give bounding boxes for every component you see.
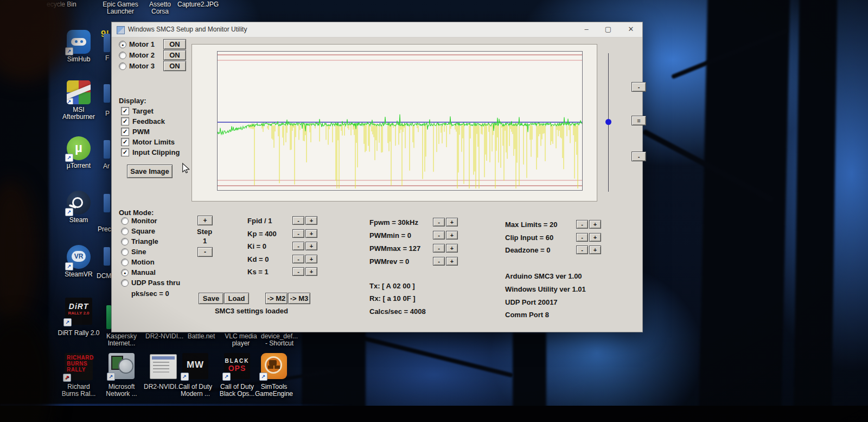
save-image-button[interactable]: Save Image <box>127 165 173 178</box>
comm-port: Comm Port 8 <box>505 311 549 319</box>
square-radio[interactable] <box>121 228 129 235</box>
scale-bottom-button[interactable]: - <box>631 152 646 161</box>
load-button[interactable]: Load <box>224 293 249 304</box>
monitor-radio[interactable] <box>121 217 129 225</box>
fpid-minus-button[interactable]: - <box>292 216 304 225</box>
icon-glyph: MW <box>187 360 204 370</box>
pwm-checkbox[interactable]: ✓ <box>121 128 129 136</box>
fpwm-plus-button[interactable]: + <box>446 218 458 226</box>
pwmrev-plus-button[interactable]: + <box>446 257 458 266</box>
pwmmax-minus-button[interactable]: - <box>433 244 445 253</box>
icon-label: Steam <box>57 217 100 224</box>
kd-minus-button[interactable]: - <box>292 255 304 263</box>
motor3-on-button[interactable]: ON <box>163 61 186 71</box>
deadzone-minus-button[interactable]: - <box>576 245 588 254</box>
step-plus-button[interactable]: + <box>197 216 213 225</box>
motion-radio[interactable] <box>121 259 129 266</box>
clip-input-plus-button[interactable]: + <box>589 233 601 242</box>
dirt-rally-icon: DiRT RALLY 2.0 ↗ <box>65 298 92 325</box>
tx-readout: Tx: [ A 02 00 ] <box>369 282 415 290</box>
ki-plus-button[interactable]: + <box>305 242 317 250</box>
cod-blackops-icon: BLACK OPS ↗ <box>224 353 250 379</box>
ki-label: Ki = 0 <box>247 242 266 250</box>
save-button[interactable]: Save <box>199 293 224 304</box>
kaspersky-icon-sliver[interactable] <box>106 305 111 329</box>
desktop-icon-device-def[interactable]: device_def... - Shortcut <box>253 333 305 347</box>
shortcut-arrow-icon: ↗ <box>222 373 231 381</box>
fpwm-minus-button[interactable]: - <box>433 218 445 226</box>
udp-pass-thru-radio[interactable] <box>121 279 129 287</box>
ks-plus-button[interactable]: + <box>305 267 317 276</box>
steamvr-icon: VR ↗ <box>67 245 91 269</box>
triangle-label: Triangle <box>131 237 158 245</box>
kp-minus-button[interactable]: - <box>292 229 304 238</box>
pwmmax-plus-button[interactable]: + <box>446 244 458 253</box>
partial-icon[interactable] <box>104 84 110 103</box>
icon-glyph: BURNS <box>67 361 93 367</box>
to-m3-button[interactable]: -> M3 <box>288 293 310 304</box>
monitor-label: Monitor <box>131 217 157 225</box>
ki-minus-button[interactable]: - <box>292 242 304 250</box>
maximize-button[interactable]: ▢ <box>599 22 617 36</box>
calcs-readout: Calcs/sec = 4008 <box>369 307 426 316</box>
fpwm-label: Fpwm = 30kHz <box>369 218 418 226</box>
ks-label: Ks = 1 <box>247 268 269 276</box>
icon-label: GameEngine <box>255 390 293 398</box>
max-limits-plus-button[interactable]: + <box>589 220 601 229</box>
icon-label: Call of Duty <box>178 383 212 390</box>
ks-minus-button[interactable]: - <box>292 267 304 276</box>
feedback-checkbox[interactable]: ✓ <box>121 117 129 125</box>
triangle-radio[interactable] <box>121 238 129 245</box>
motor-limits-checkbox[interactable]: ✓ <box>121 138 129 146</box>
desktop-icon-epic-games[interactable]: Epic Games Launcher <box>98 1 143 15</box>
manual-radio[interactable]: ● <box>121 269 129 276</box>
partial-icon[interactable] <box>104 247 110 266</box>
fpid-plus-button[interactable]: + <box>305 216 317 225</box>
deadzone-plus-button[interactable]: + <box>589 245 601 254</box>
kp-plus-button[interactable]: + <box>305 229 317 238</box>
icon-label: SimHub <box>57 56 100 63</box>
desktop-icon-kaspersky[interactable]: Kaspersky Internet... <box>97 333 146 347</box>
richard-burns-icon: RICHARD BURNS RALLY ↗ <box>65 353 93 380</box>
partial-icon[interactable] <box>104 140 110 159</box>
partial-icon-label: Ar <box>103 163 110 170</box>
clip-input-minus-button[interactable]: - <box>576 233 588 242</box>
motor1-on-button[interactable]: ON <box>163 39 186 49</box>
scale-mid-button[interactable]: ≡ <box>631 116 646 125</box>
titlebar[interactable]: Windows SMC3 Setup and Monitor Utility –… <box>112 22 642 37</box>
motor3-radio[interactable] <box>119 62 126 70</box>
scale-top-button[interactable]: - <box>631 82 646 92</box>
desktop-icon-capture2[interactable]: Capture2.JPG <box>175 1 221 8</box>
partial-icon-label: P <box>105 110 110 117</box>
status-text: SMC3 settings loaded <box>193 307 310 315</box>
feedback-label: Feedback <box>132 117 165 125</box>
scope-panel <box>192 44 597 201</box>
scale-slider-handle[interactable] <box>605 119 611 125</box>
target-checkbox[interactable]: ✓ <box>121 107 129 115</box>
icon-label: SimTools <box>261 383 288 390</box>
sine-radio[interactable] <box>121 248 129 256</box>
motor1-radio[interactable]: ● <box>119 41 126 48</box>
icon-label: MSI <box>73 106 84 114</box>
pwmmin-plus-button[interactable]: + <box>446 231 458 240</box>
icon-label: Network ... <box>106 390 137 398</box>
minimize-button[interactable]: – <box>577 22 596 36</box>
check-mark: ✓ <box>123 128 127 135</box>
motor-limits-label: Motor Limits <box>132 138 175 146</box>
icon-glyph: OPS <box>224 364 250 373</box>
input-clipping-checkbox[interactable]: ✓ <box>121 148 129 156</box>
motor2-on-button[interactable]: ON <box>163 50 186 60</box>
close-button[interactable]: ✕ <box>622 22 640 36</box>
shortcut-arrow-icon: ↗ <box>65 154 73 162</box>
pwmmin-minus-button[interactable]: - <box>433 231 445 240</box>
icon-label: DiRT Rally 2.0 <box>54 330 103 337</box>
to-m2-button[interactable]: -> M2 <box>265 293 288 304</box>
partial-icon[interactable] <box>104 34 110 52</box>
pwmrev-minus-button[interactable]: - <box>433 257 445 266</box>
max-limits-minus-button[interactable]: - <box>576 220 588 229</box>
partial-icon[interactable] <box>104 194 110 212</box>
input-clipping-label: Input Clipping <box>132 148 180 156</box>
motor2-radio[interactable] <box>119 52 126 59</box>
kd-plus-button[interactable]: + <box>305 255 317 263</box>
step-minus-button[interactable]: - <box>197 247 213 257</box>
